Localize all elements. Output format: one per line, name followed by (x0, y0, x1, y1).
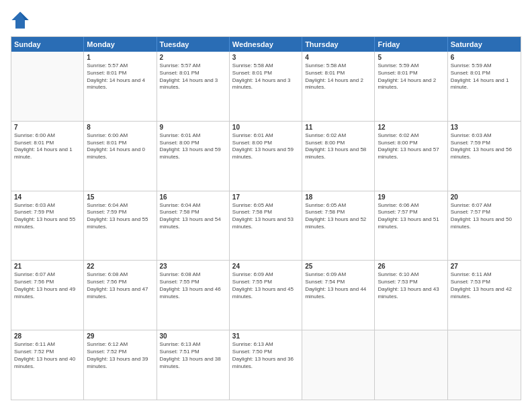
day-number: 24 (232, 263, 299, 270)
day-number: 25 (305, 263, 371, 270)
cell-info: Sunrise: 5:58 AM Sunset: 8:01 PM Dayligh… (232, 62, 299, 91)
day-number: 19 (378, 193, 444, 201)
calendar-cell (11, 52, 84, 121)
cell-info: Sunrise: 6:07 AM Sunset: 7:57 PM Dayligh… (451, 202, 518, 231)
calendar-cell: 9Sunrise: 6:01 AM Sunset: 8:00 PM Daylig… (157, 122, 230, 191)
cell-info: Sunrise: 5:58 AM Sunset: 8:01 PM Dayligh… (305, 62, 371, 91)
calendar-cell: 12Sunrise: 6:02 AM Sunset: 8:00 PM Dayli… (375, 122, 447, 191)
page: SundayMondayTuesdayWednesdayThursdayFrid… (0, 0, 532, 411)
calendar-row-2: 7Sunrise: 6:00 AM Sunset: 8:01 PM Daylig… (11, 121, 521, 191)
day-number: 11 (305, 124, 371, 131)
calendar-body: 1Sunrise: 5:57 AM Sunset: 8:01 PM Daylig… (11, 52, 521, 400)
cell-info: Sunrise: 6:03 AM Sunset: 7:59 PM Dayligh… (14, 202, 81, 231)
calendar-row-3: 14Sunrise: 6:03 AM Sunset: 7:59 PM Dayli… (11, 191, 521, 261)
cell-info: Sunrise: 6:03 AM Sunset: 7:59 PM Dayligh… (451, 132, 518, 161)
calendar-cell: 30Sunrise: 6:13 AM Sunset: 7:51 PM Dayli… (157, 330, 230, 400)
day-number: 8 (87, 124, 153, 131)
cell-info: Sunrise: 6:02 AM Sunset: 8:00 PM Dayligh… (305, 132, 371, 161)
calendar-cell: 18Sunrise: 6:05 AM Sunset: 7:58 PM Dayli… (302, 191, 375, 261)
cell-info: Sunrise: 5:59 AM Sunset: 8:01 PM Dayligh… (378, 62, 444, 91)
header-day-monday: Monday (84, 37, 157, 52)
day-number: 26 (378, 263, 444, 270)
cell-info: Sunrise: 6:08 AM Sunset: 7:55 PM Dayligh… (160, 271, 226, 300)
cell-info: Sunrise: 6:05 AM Sunset: 7:58 PM Dayligh… (305, 202, 371, 231)
cell-info: Sunrise: 5:57 AM Sunset: 8:01 PM Dayligh… (160, 62, 226, 91)
calendar-cell: 14Sunrise: 6:03 AM Sunset: 7:59 PM Dayli… (11, 191, 84, 261)
cell-info: Sunrise: 6:11 AM Sunset: 7:52 PM Dayligh… (14, 341, 81, 370)
cell-info: Sunrise: 6:05 AM Sunset: 7:58 PM Dayligh… (232, 202, 299, 231)
day-number: 15 (87, 193, 153, 201)
cell-info: Sunrise: 6:04 AM Sunset: 7:59 PM Dayligh… (87, 202, 153, 231)
cell-info: Sunrise: 6:13 AM Sunset: 7:50 PM Dayligh… (232, 341, 299, 370)
header-day-tuesday: Tuesday (157, 37, 230, 52)
calendar-cell: 3Sunrise: 5:58 AM Sunset: 8:01 PM Daylig… (230, 52, 302, 121)
calendar-cell: 7Sunrise: 6:00 AM Sunset: 8:01 PM Daylig… (11, 122, 84, 191)
cell-info: Sunrise: 6:10 AM Sunset: 7:53 PM Dayligh… (378, 271, 444, 300)
cell-info: Sunrise: 5:57 AM Sunset: 8:01 PM Dayligh… (87, 62, 153, 91)
day-number: 27 (451, 263, 518, 270)
cell-info: Sunrise: 5:59 AM Sunset: 8:01 PM Dayligh… (451, 62, 518, 91)
calendar-cell: 11Sunrise: 6:02 AM Sunset: 8:00 PM Dayli… (302, 122, 375, 191)
calendar-cell: 15Sunrise: 6:04 AM Sunset: 7:59 PM Dayli… (84, 191, 157, 261)
calendar-row-4: 21Sunrise: 6:07 AM Sunset: 7:56 PM Dayli… (11, 260, 521, 330)
cell-info: Sunrise: 6:12 AM Sunset: 7:52 PM Dayligh… (87, 341, 153, 370)
cell-info: Sunrise: 6:06 AM Sunset: 7:57 PM Dayligh… (378, 202, 444, 231)
header-day-friday: Friday (375, 37, 447, 52)
calendar-row-1: 1Sunrise: 5:57 AM Sunset: 8:01 PM Daylig… (11, 52, 521, 121)
calendar-cell: 1Sunrise: 5:57 AM Sunset: 8:01 PM Daylig… (84, 52, 157, 121)
cell-info: Sunrise: 6:11 AM Sunset: 7:53 PM Dayligh… (451, 271, 518, 300)
day-number: 22 (87, 263, 153, 270)
header-day-thursday: Thursday (302, 37, 375, 52)
calendar-cell: 4Sunrise: 5:58 AM Sunset: 8:01 PM Daylig… (302, 52, 375, 121)
calendar-cell: 6Sunrise: 5:59 AM Sunset: 8:01 PM Daylig… (448, 52, 521, 121)
calendar-cell (302, 330, 375, 400)
calendar-cell: 10Sunrise: 6:01 AM Sunset: 8:00 PM Dayli… (230, 122, 302, 191)
calendar-cell: 21Sunrise: 6:07 AM Sunset: 7:56 PM Dayli… (11, 261, 84, 330)
calendar-cell: 23Sunrise: 6:08 AM Sunset: 7:55 PM Dayli… (157, 261, 230, 330)
cell-info: Sunrise: 6:02 AM Sunset: 8:00 PM Dayligh… (378, 132, 444, 161)
cell-info: Sunrise: 6:01 AM Sunset: 8:00 PM Dayligh… (160, 132, 226, 161)
day-number: 1 (87, 54, 153, 61)
calendar-cell: 17Sunrise: 6:05 AM Sunset: 7:58 PM Dayli… (230, 191, 302, 261)
day-number: 29 (87, 332, 153, 340)
calendar-row-5: 28Sunrise: 6:11 AM Sunset: 7:52 PM Dayli… (11, 330, 521, 400)
cell-info: Sunrise: 6:00 AM Sunset: 8:01 PM Dayligh… (14, 132, 81, 161)
day-number: 28 (14, 332, 81, 340)
logo (11, 11, 31, 30)
day-number: 21 (14, 263, 81, 270)
day-number: 18 (305, 193, 371, 201)
calendar-cell: 22Sunrise: 6:08 AM Sunset: 7:56 PM Dayli… (84, 261, 157, 330)
header (11, 11, 521, 30)
day-number: 30 (160, 332, 226, 340)
day-number: 23 (160, 263, 226, 270)
cell-info: Sunrise: 6:08 AM Sunset: 7:56 PM Dayligh… (87, 271, 153, 300)
day-number: 14 (14, 193, 81, 201)
day-number: 4 (305, 54, 371, 61)
logo-icon (11, 11, 30, 30)
calendar-cell: 28Sunrise: 6:11 AM Sunset: 7:52 PM Dayli… (11, 330, 84, 400)
calendar-cell: 2Sunrise: 5:57 AM Sunset: 8:01 PM Daylig… (157, 52, 230, 121)
calendar-cell: 31Sunrise: 6:13 AM Sunset: 7:50 PM Dayli… (230, 330, 302, 400)
calendar-cell: 8Sunrise: 6:00 AM Sunset: 8:01 PM Daylig… (84, 122, 157, 191)
calendar-cell: 24Sunrise: 6:09 AM Sunset: 7:55 PM Dayli… (230, 261, 302, 330)
day-number: 3 (232, 54, 299, 61)
calendar-cell: 29Sunrise: 6:12 AM Sunset: 7:52 PM Dayli… (84, 330, 157, 400)
cell-info: Sunrise: 6:13 AM Sunset: 7:51 PM Dayligh… (160, 341, 226, 370)
day-number: 7 (14, 124, 81, 131)
header-day-wednesday: Wednesday (230, 37, 302, 52)
calendar-cell: 13Sunrise: 6:03 AM Sunset: 7:59 PM Dayli… (448, 122, 521, 191)
calendar-cell: 27Sunrise: 6:11 AM Sunset: 7:53 PM Dayli… (448, 261, 521, 330)
cell-info: Sunrise: 6:00 AM Sunset: 8:01 PM Dayligh… (87, 132, 153, 161)
cell-info: Sunrise: 6:07 AM Sunset: 7:56 PM Dayligh… (14, 271, 81, 300)
calendar-cell: 26Sunrise: 6:10 AM Sunset: 7:53 PM Dayli… (375, 261, 447, 330)
calendar-cell: 16Sunrise: 6:04 AM Sunset: 7:58 PM Dayli… (157, 191, 230, 261)
day-number: 31 (232, 332, 299, 340)
calendar-cell: 25Sunrise: 6:09 AM Sunset: 7:54 PM Dayli… (302, 261, 375, 330)
day-number: 16 (160, 193, 226, 201)
day-number: 6 (451, 54, 518, 61)
calendar-cell (448, 330, 521, 400)
cell-info: Sunrise: 6:04 AM Sunset: 7:58 PM Dayligh… (160, 202, 226, 231)
calendar-cell: 19Sunrise: 6:06 AM Sunset: 7:57 PM Dayli… (375, 191, 447, 261)
calendar: SundayMondayTuesdayWednesdayThursdayFrid… (11, 36, 521, 400)
day-number: 20 (451, 193, 518, 201)
